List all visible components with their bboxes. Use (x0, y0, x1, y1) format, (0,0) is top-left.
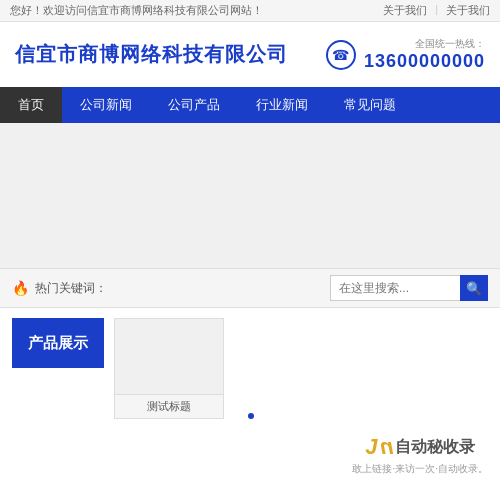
product-card-title: 测试标题 (115, 394, 223, 418)
contact-link[interactable]: 关于我们 (446, 3, 490, 18)
blue-dot-decoration (248, 413, 254, 419)
main-content: 🔥 热门关键词： 🔍 产品展示 测试标题 J n 自动秘收录 敢上链接·来访一次… (0, 268, 500, 500)
top-bar-links: 关于我们 | 关于我们 (383, 3, 490, 18)
phone-area: ☎ 全国统一热线： 13600000000 (326, 37, 485, 72)
product-card-image (115, 319, 223, 394)
nav-item-products[interactable]: 公司产品 (150, 87, 238, 123)
search-input[interactable] (330, 275, 460, 301)
jn-logo: J n 自动秘收录 (365, 434, 475, 460)
phone-icon: ☎ (326, 40, 356, 70)
about-link[interactable]: 关于我们 (383, 3, 427, 18)
product-card[interactable]: 测试标题 (114, 318, 224, 419)
keywords-right: 🔍 (330, 275, 488, 301)
divider: | (435, 3, 438, 18)
watermark: J n 自动秘收录 敢上链接·来访一次·自动收录。 (352, 434, 488, 476)
product-section-title: 产品展示 (12, 318, 104, 368)
phone-number: 13600000000 (364, 51, 485, 72)
j-letter: J (365, 434, 377, 460)
search-button[interactable]: 🔍 (460, 275, 488, 301)
nav-item-home[interactable]: 首页 (0, 87, 62, 123)
keywords-left: 🔥 热门关键词： (12, 280, 107, 297)
nav-item-industry[interactable]: 行业新闻 (238, 87, 326, 123)
fire-icon: 🔥 (12, 280, 29, 296)
top-bar: 您好！欢迎访问信宜市商博网络科技有限公司网站！ 关于我们 | 关于我们 (0, 0, 500, 22)
greeting-text: 您好！欢迎访问信宜市商博网络科技有限公司网站！ (10, 3, 263, 18)
main-nav: 首页 公司新闻 公司产品 行业新闻 常见问题 (0, 87, 500, 123)
phone-info: 全国统一热线： 13600000000 (364, 37, 485, 72)
keywords-label: 热门关键词： (35, 280, 107, 297)
nav-item-news[interactable]: 公司新闻 (62, 87, 150, 123)
logo-area: 信宜市商博网络科技有限公司 (15, 41, 288, 68)
watermark-sub: 敢上链接·来访一次·自动收录。 (352, 462, 488, 476)
auto-text: 自动秘收录 (395, 437, 475, 458)
phone-label: 全国统一热线： (415, 37, 485, 51)
header: 信宜市商博网络科技有限公司 ☎ 全国统一热线： 13600000000 (0, 22, 500, 87)
company-name: 信宜市商博网络科技有限公司 (15, 41, 288, 68)
nav-item-faq[interactable]: 常见问题 (326, 87, 414, 123)
product-section: 产品展示 测试标题 (0, 308, 500, 429)
n-letter: n (380, 434, 393, 460)
keywords-bar: 🔥 热门关键词： 🔍 (0, 268, 500, 308)
bottom-area: J n 自动秘收录 敢上链接·来访一次·自动收录。 (0, 429, 500, 481)
